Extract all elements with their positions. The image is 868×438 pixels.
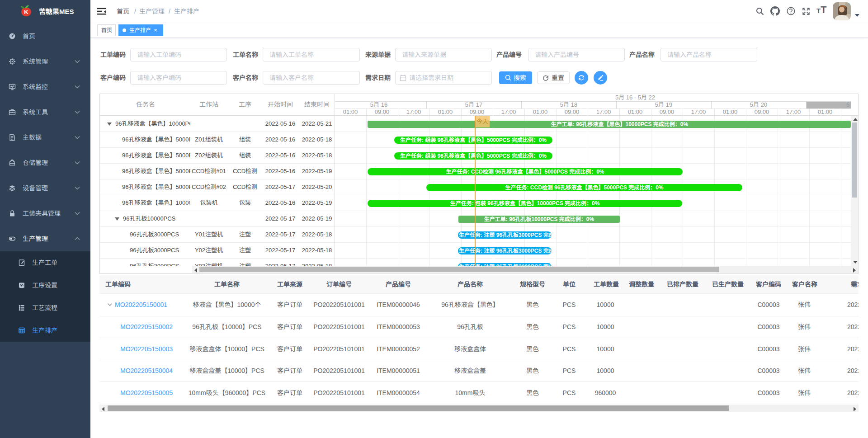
svg-text:K: K [24, 9, 28, 15]
